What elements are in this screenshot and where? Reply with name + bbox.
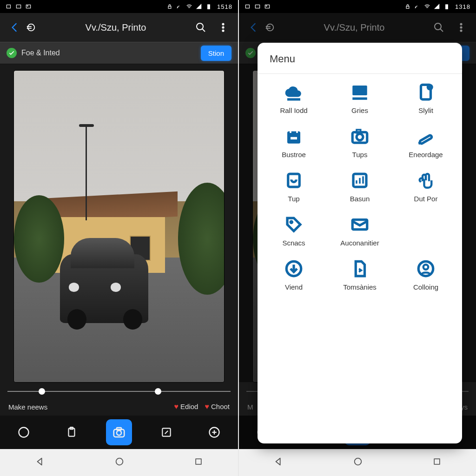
tab-chat[interactable] (11, 419, 37, 445)
svg-rect-54 (406, 6, 409, 8)
menu-item-Slylit[interactable]: Slylit (394, 82, 457, 114)
battery-icon (205, 3, 212, 10)
action-row: Make neews ♥Ediod ♥Choot (0, 401, 238, 416)
file-icon (350, 259, 370, 278)
svg-rect-45 (16, 5, 20, 8)
status-label: Foe & Inted (21, 49, 196, 57)
clock: 1318 (455, 3, 470, 10)
cast-icon (176, 3, 183, 10)
svg-rect-55 (446, 5, 448, 9)
svg-rect-48 (168, 6, 171, 8)
mail-icon (350, 215, 370, 234)
status-row: Foe & Inted Stion (0, 42, 238, 64)
menu-item-label: Tomsànies (343, 283, 377, 291)
overflow-button[interactable] (451, 17, 471, 38)
menu-item-label: Viend (285, 283, 303, 291)
signal-icon (196, 3, 202, 10)
menu-item-label: Rall Iodd (280, 106, 307, 114)
status-bar: 1518 (0, 0, 238, 13)
menu-item-label: Scnacs (282, 239, 305, 247)
currency-icon (20, 17, 41, 38)
pencil-icon (416, 126, 436, 146)
svg-point-53 (266, 6, 267, 7)
clock: 1518 (217, 3, 232, 10)
wifi-icon (424, 3, 430, 10)
svg-rect-44 (7, 5, 10, 8)
nav-home[interactable] (114, 456, 125, 469)
window-icon (254, 3, 261, 10)
app-bar: Vv./Szu, Printo (0, 13, 238, 42)
nav-recent[interactable] (432, 457, 442, 468)
menu-item-Bustroe[interactable]: Bustroe (262, 126, 325, 159)
menu-item-Basun[interactable]: Basun (328, 171, 391, 203)
menu-item-Tups[interactable]: Tups (328, 126, 391, 159)
menu-grid: Rall IoddGriesSlylitBustroeTupsEneordage… (258, 74, 462, 296)
nav-back[interactable] (35, 456, 45, 469)
overflow-button[interactable] (213, 17, 233, 38)
image-icon (25, 3, 32, 10)
tab-docs[interactable] (59, 419, 85, 445)
photo-viewport[interactable] (0, 64, 238, 382)
currency-icon (259, 17, 280, 38)
menu-item-Gries[interactable]: Gries (328, 82, 391, 114)
slider-thumb-right[interactable] (155, 388, 161, 395)
menu-item-label: Tup (288, 195, 299, 203)
action-right[interactable]: ♥Choot (205, 403, 230, 411)
battery-icon (443, 3, 450, 10)
camera-icon (350, 126, 370, 146)
action-left: M (247, 403, 253, 411)
heart-icon: ♥ (205, 403, 209, 410)
slider-thumb-left[interactable] (39, 388, 45, 395)
sim-icon (245, 3, 251, 10)
menu-item-Tomsànies[interactable]: Tomsànies (328, 259, 391, 291)
slider[interactable] (0, 382, 238, 401)
action-left[interactable]: Make neews (8, 403, 47, 411)
tab-bar (0, 416, 238, 449)
check-icon (7, 48, 17, 58)
image-icon (264, 3, 271, 10)
menu-item-label: Slylit (418, 106, 433, 114)
tab-edit[interactable] (153, 419, 179, 445)
menu-item-label: Bustroe (282, 151, 306, 159)
svg-rect-46 (26, 5, 30, 8)
nav-recent[interactable] (194, 457, 203, 468)
nav-home[interactable] (353, 456, 363, 469)
svg-rect-50 (245, 5, 249, 8)
heart-icon: ♥ (174, 403, 179, 410)
check-icon (245, 48, 256, 58)
menu-item-label: Dut Por (414, 195, 438, 203)
system-nav (239, 449, 476, 476)
nav-back[interactable] (273, 456, 284, 469)
lock-icon (166, 3, 173, 10)
page-title: Vv./Szu, Printo (282, 22, 427, 33)
tab-add[interactable] (201, 419, 227, 445)
calendar-icon (284, 126, 304, 146)
menu-item-Colloing[interactable]: Colloing (394, 259, 457, 291)
menu-title: Menu (258, 43, 462, 74)
action-button[interactable]: Stion (201, 46, 231, 61)
action-mid[interactable]: ♥Ediod (174, 403, 198, 411)
cloud-icon (284, 82, 304, 102)
window-icon (15, 3, 22, 10)
menu-item-Dut Por[interactable]: Dut Por (394, 171, 457, 203)
menu-item-Auconanitier[interactable]: Auconanitier (328, 215, 391, 247)
menu-panel: Menu Rall IoddGriesSlylitBustroeTupsEneo… (258, 43, 462, 443)
tab-camera[interactable] (106, 419, 132, 445)
menu-item-label: Auconanitier (340, 239, 379, 247)
menu-item-label: Colloing (413, 283, 438, 291)
menu-item-Eneordage[interactable]: Eneordage (394, 126, 457, 159)
search-button[interactable] (429, 17, 449, 38)
menu-item-Viend[interactable]: Viend (262, 259, 325, 291)
menu-item-Scnacs[interactable]: Scnacs (262, 215, 325, 247)
monitor-icon (350, 82, 370, 102)
menu-item-label: Tups (352, 151, 368, 159)
svg-rect-52 (265, 5, 269, 8)
app-bar: Vv./Szu, Printo (239, 13, 476, 42)
hand-icon (416, 171, 436, 190)
search-button[interactable] (191, 17, 211, 38)
menu-item-Tup[interactable]: Tup (262, 171, 325, 203)
phone-right: 1318 Vv./Szu, Printo Foe & Inted Stion (238, 0, 476, 476)
svg-rect-51 (255, 5, 259, 8)
menu-item-Rall Iodd[interactable]: Rall Iodd (262, 82, 325, 114)
page-title: Vv./Szu, Printo (43, 22, 189, 33)
